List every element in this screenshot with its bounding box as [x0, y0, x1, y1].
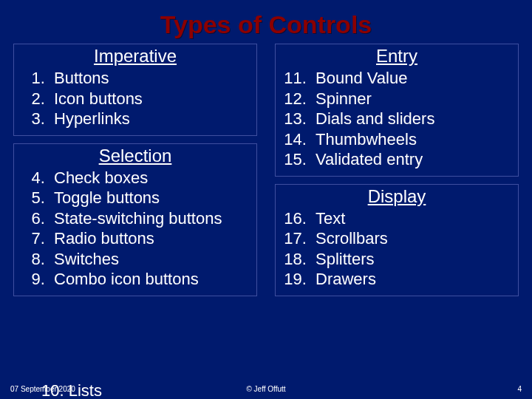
list-item: Check boxes: [50, 168, 250, 188]
heading-imperative: Imperative: [20, 46, 250, 66]
list-selection: Check boxes Toggle buttons State-switchi…: [20, 168, 250, 290]
list-item: Icon buttons: [50, 89, 250, 109]
group-display: Display Text Scrollbars Splitters Drawer…: [275, 184, 519, 296]
list-item: Drawers: [311, 269, 512, 290]
list-item: Switches: [50, 249, 250, 270]
list-item: Hyperlinks: [50, 109, 250, 129]
list-item: State-switching buttons: [50, 208, 250, 229]
group-imperative: Imperative Buttons Icon buttons Hyperlin…: [13, 44, 257, 136]
heading-entry: Entry: [282, 46, 512, 66]
footer-page: 4: [517, 385, 522, 393]
list-item: Spinner: [311, 89, 512, 109]
left-column: Imperative Buttons Icon buttons Hyperlin…: [13, 44, 257, 304]
list-item: Bound Value: [311, 68, 512, 89]
slide-title: Types of Controls: [0, 0, 532, 44]
list-item: Thumbwheels: [311, 129, 512, 150]
group-selection: Selection Check boxes Toggle buttons Sta…: [13, 143, 257, 296]
group-entry: Entry Bound Value Spinner Dials and slid…: [275, 44, 519, 177]
list-item: Combo icon buttons: [50, 269, 250, 290]
list-imperative: Buttons Icon buttons Hyperlinks: [20, 68, 250, 129]
list-item: Splitters: [311, 249, 512, 270]
list-item: Toggle buttons: [50, 188, 250, 208]
heading-display: Display: [282, 186, 512, 207]
list-item: Scrollbars: [311, 228, 512, 249]
list-display: Text Scrollbars Splitters Drawers: [282, 208, 512, 290]
footer: 07 September 2020 © Jeff Offutt 4: [0, 385, 532, 393]
list-item: Radio buttons: [50, 228, 250, 249]
list-entry: Bound Value Spinner Dials and sliders Th…: [282, 68, 512, 170]
heading-selection: Selection: [20, 146, 250, 166]
list-item: Text: [311, 208, 512, 229]
footer-date: 07 September 2020: [10, 385, 75, 393]
list-item: Dials and sliders: [311, 109, 512, 129]
list-item: Buttons: [50, 68, 250, 89]
footer-center: © Jeff Offutt: [246, 385, 285, 393]
list-item: Validated entry: [311, 149, 512, 170]
content-columns: Imperative Buttons Icon buttons Hyperlin…: [0, 44, 532, 304]
slide: Types of Controls Imperative Buttons Ico…: [0, 0, 532, 399]
right-column: Entry Bound Value Spinner Dials and slid…: [275, 44, 519, 304]
